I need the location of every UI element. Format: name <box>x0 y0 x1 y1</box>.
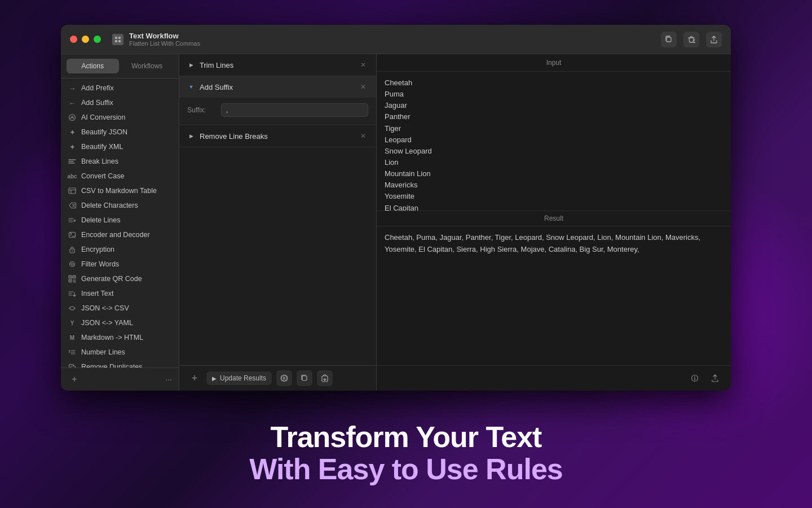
sidebar-item-label: Filter Words <box>81 260 119 268</box>
sidebar-item-label: Number Lines <box>81 348 125 356</box>
workflow-item-remove-line-breaks: Remove Line Breaks ✕ <box>179 125 376 147</box>
main-content: Actions Workflows → Add Prefix ← Add Suf… <box>61 54 731 391</box>
delete-lines-icon <box>68 216 77 225</box>
result-area[interactable]: Cheetah, Puma, Jaguar, Panther, Tiger, L… <box>377 226 731 365</box>
sidebar-tabs: Actions Workflows <box>61 54 179 78</box>
title-text: Text Workflow Flatten List With Commas <box>129 32 200 47</box>
input-line-4: Panther <box>385 111 723 122</box>
add-suffix-title: Add Suffix <box>200 83 354 91</box>
svg-point-20 <box>284 378 285 379</box>
maximize-button[interactable] <box>94 36 101 43</box>
sidebar-item-number-lines[interactable]: Number Lines <box>61 345 179 360</box>
sidebar-item-label: Markdown -> HTML <box>81 334 143 341</box>
add-workflow-item-button[interactable]: + <box>187 371 202 386</box>
remove-line-breaks-arrow <box>187 132 195 140</box>
json-yaml-icon: Y <box>68 318 77 327</box>
csv-markdown-icon <box>68 186 77 195</box>
trash-button[interactable] <box>683 32 699 47</box>
traffic-lights <box>70 36 101 43</box>
number-lines-icon <box>68 348 77 357</box>
qr-code-icon <box>68 274 77 283</box>
sidebar-item-break-lines[interactable]: Break Lines <box>61 154 179 169</box>
sidebar-item-qr-code[interactable]: Generate QR Code <box>61 271 179 286</box>
sidebar-item-json-csv[interactable]: JSON <-> CSV <box>61 301 179 316</box>
sidebar-list: → Add Prefix ← Add Suffix AI Co <box>61 78 179 367</box>
copy-title-button[interactable] <box>661 32 677 47</box>
settings-button[interactable] <box>276 370 292 386</box>
tab-workflows[interactable]: Workflows <box>121 59 174 73</box>
input-line-3: Jaguar <box>385 100 723 111</box>
sidebar-item-remove-duplicates[interactable]: Remove Duplicates <box>61 360 179 367</box>
sidebar-item-beautify-xml[interactable]: ✦ Beautify XML <box>61 139 179 154</box>
more-options-button[interactable]: ··· <box>165 375 172 384</box>
add-suffix-content: Suffix: <box>179 98 376 125</box>
result-text: Cheetah, Puma, Jaguar, Panther, Tiger, L… <box>385 232 723 256</box>
input-line-7: Snow Leopard <box>385 146 723 157</box>
sidebar-item-label: Insert Text <box>81 290 113 297</box>
workflow-item-trim-lines-header[interactable]: Trim Lines ✕ <box>179 54 376 76</box>
sidebar-item-insert-text[interactable]: Insert Text <box>61 286 179 301</box>
middle-bottom-bar: + ▶ Update Results <box>179 365 376 391</box>
markdown-html-icon: M <box>68 333 77 342</box>
share-button[interactable] <box>706 32 722 47</box>
input-area[interactable]: Cheetah Puma Jaguar Panther Tiger Leopar… <box>377 72 731 211</box>
info-button[interactable] <box>687 370 703 386</box>
sidebar-item-label: Delete Lines <box>81 216 121 224</box>
sidebar-item-add-prefix[interactable]: → Add Prefix <box>61 81 179 95</box>
svg-rect-0 <box>115 37 117 39</box>
input-line-1: Cheetah <box>385 77 723 89</box>
input-line-9: Mountain Lion <box>385 168 723 179</box>
update-results-button[interactable]: ▶ Update Results <box>206 371 272 385</box>
trim-lines-arrow <box>187 61 195 69</box>
sidebar-item-delete-lines[interactable]: Delete Lines <box>61 213 179 227</box>
sidebar-item-encoder[interactable]: Encoder and Decoder <box>61 227 179 242</box>
add-suffix-close[interactable]: ✕ <box>358 82 368 92</box>
remove-line-breaks-title: Remove Line Breaks <box>200 132 354 141</box>
sidebar-item-encryption[interactable]: Encryption <box>61 242 179 257</box>
sidebar-item-label: Beautify JSON <box>81 128 127 136</box>
update-results-label: Update Results <box>220 374 266 382</box>
svg-rect-3 <box>118 40 121 42</box>
break-lines-icon <box>68 157 77 166</box>
sidebar-item-csv-markdown[interactable]: CSV to Markdown Table <box>61 183 179 198</box>
minimize-button[interactable] <box>82 36 89 43</box>
sidebar-item-label: Break Lines <box>81 157 118 165</box>
remove-line-breaks-close[interactable]: ✕ <box>358 131 368 141</box>
bottom-text-line2: With Easy to Use Rules <box>0 453 812 485</box>
sidebar-item-filter-words[interactable]: Filter Words <box>61 257 179 271</box>
export-result-button[interactable] <box>707 370 723 386</box>
sidebar-item-delete-chars[interactable]: Delete Characters <box>61 198 179 213</box>
encoder-icon <box>68 230 77 239</box>
result-header: Result <box>377 211 731 226</box>
svg-point-11 <box>71 263 73 265</box>
bottom-text-line1: Transform Your Text <box>0 421 812 453</box>
ai-conversion-icon <box>68 113 77 122</box>
sidebar-item-convert-case[interactable]: abc Convert Case <box>61 169 179 183</box>
copy-result-button[interactable] <box>297 370 312 386</box>
svg-point-10 <box>70 262 75 267</box>
sidebar-item-label: Delete Characters <box>81 202 138 209</box>
bottom-text: Transform Your Text With Easy to Use Rul… <box>0 421 812 485</box>
add-suffix-icon: ← <box>68 98 77 107</box>
suffix-input[interactable] <box>221 103 368 117</box>
trim-lines-close[interactable]: ✕ <box>358 60 368 70</box>
sidebar-item-beautify-json[interactable]: ✦ Beautify JSON <box>61 125 179 139</box>
tab-actions[interactable]: Actions <box>67 59 119 73</box>
svg-rect-7 <box>69 233 76 238</box>
sidebar-item-label: Remove Duplicates <box>81 363 142 367</box>
workflow-item-add-suffix-header[interactable]: Add Suffix ✕ <box>179 76 376 98</box>
sidebar-item-ai-conversion[interactable]: AI Conversion <box>61 110 179 125</box>
close-button[interactable] <box>70 36 77 43</box>
svg-rect-17 <box>70 281 71 282</box>
paste-input-button[interactable] <box>317 370 333 386</box>
sidebar-item-label: Encoder and Decoder <box>81 231 150 239</box>
sidebar-item-json-yaml[interactable]: Y JSON <-> YAML <box>61 316 179 330</box>
workflow-icon <box>112 34 123 45</box>
add-action-button[interactable]: + <box>68 373 81 386</box>
sidebar-item-markdown-html[interactable]: M Markdown -> HTML <box>61 330 179 345</box>
beautify-json-icon: ✦ <box>68 128 77 137</box>
input-line-5: Tiger <box>385 123 723 134</box>
sidebar-item-add-suffix[interactable]: ← Add Suffix <box>61 95 179 110</box>
middle-panel: Trim Lines ✕ Add Suffix ✕ Suffix: <box>179 54 377 391</box>
workflow-item-remove-line-breaks-header[interactable]: Remove Line Breaks ✕ <box>179 125 376 147</box>
